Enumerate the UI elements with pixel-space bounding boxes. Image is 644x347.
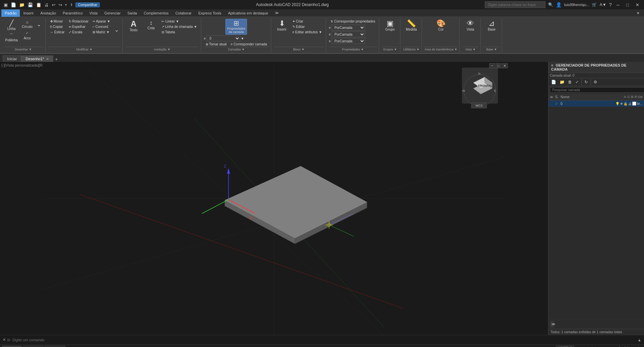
tomar-atual-button[interactable]: ⊕ Tomar atual bbox=[204, 42, 228, 47]
layer-search-input[interactable] bbox=[550, 87, 644, 93]
new-button[interactable]: 📄 bbox=[10, 2, 17, 8]
cota-button[interactable]: ↕ Cota bbox=[143, 19, 159, 33]
menu-vista[interactable]: Vista bbox=[86, 9, 101, 17]
desenhar-more-button[interactable]: ⌄ bbox=[35, 20, 43, 40]
layer-row-0[interactable]: ✓ 0 💡 ❄ 🔓 🖨 br... bbox=[548, 101, 644, 107]
menu-complementos[interactable]: Complementos bbox=[140, 9, 172, 17]
menu-gerenciar[interactable]: Gerenciar bbox=[101, 9, 124, 17]
maximize-button[interactable]: □ bbox=[624, 2, 631, 8]
save-as-button[interactable]: 📋 bbox=[35, 2, 42, 8]
layer-on-icon[interactable]: 💡 bbox=[615, 102, 619, 106]
layer-delete-button[interactable]: 🗑 bbox=[567, 79, 573, 85]
prop-dropdown-2[interactable]: PorCamada bbox=[331, 31, 365, 37]
linha-chamada-button[interactable]: ↗ Linha de chamada ▼ bbox=[160, 24, 199, 29]
modificar-more-button[interactable]: ⌄ bbox=[113, 20, 120, 40]
grupo-button[interactable]: ▣ Grupo bbox=[382, 19, 398, 32]
corresponder-prop-button[interactable]: ↯ Corresponder propriedades bbox=[329, 19, 377, 24]
help-icon[interactable]: ? bbox=[609, 2, 612, 7]
polar-button[interactable]: ◎ bbox=[598, 346, 604, 347]
menu-express[interactable]: Express Tools bbox=[195, 9, 224, 17]
zoom-button[interactable]: 1:1▼ bbox=[622, 346, 634, 347]
base-button[interactable]: ⊿ Base bbox=[484, 19, 500, 32]
cor-button[interactable]: 🎨 Cor bbox=[433, 19, 449, 32]
menu-saida[interactable]: Saída bbox=[124, 9, 140, 17]
print-button[interactable]: 🖨 bbox=[43, 2, 50, 8]
esticar-button[interactable]: ↔ Esticar bbox=[48, 30, 66, 35]
menu-aplicativos[interactable]: Aplicativos em destaque bbox=[225, 9, 272, 17]
layer-new-button[interactable]: 📄 bbox=[550, 79, 558, 85]
redo-button[interactable]: ↪ bbox=[58, 2, 63, 8]
menu-colaborar[interactable]: Colaborar bbox=[172, 9, 195, 17]
tab-iniciar[interactable]: Iniciar bbox=[3, 55, 21, 62]
menu-anotacao[interactable]: Anotação bbox=[37, 9, 59, 17]
mover-button[interactable]: ✥ Mover bbox=[48, 19, 66, 24]
inserir-button[interactable]: ⬇ Inserir bbox=[274, 19, 290, 32]
prop-dropdown-1[interactable]: PorCamada bbox=[331, 25, 365, 31]
tab-modelo[interactable]: Modelo bbox=[2, 346, 22, 347]
aparar-button[interactable]: ✂ Aparar ▼ bbox=[91, 19, 112, 24]
linha-button[interactable]: ╱ Linha bbox=[3, 19, 20, 32]
arco-button[interactable]: ◜ Arco bbox=[20, 30, 34, 41]
add-layout-button[interactable]: + bbox=[67, 346, 72, 347]
notifications-icon[interactable]: 🛒 bbox=[592, 2, 597, 7]
menu-more[interactable]: ≫ bbox=[272, 9, 282, 17]
osnap-button[interactable]: △ bbox=[605, 346, 611, 347]
snap-button[interactable]: ⊞ bbox=[575, 346, 581, 347]
otrack-button[interactable]: ∞ bbox=[612, 346, 618, 347]
layer-panel-expand-button[interactable]: ≫ bbox=[550, 320, 554, 328]
vista-button[interactable]: 👁 Vista bbox=[462, 19, 478, 32]
prop-camada-button[interactable]: ⊞ Propriedadesda camada bbox=[225, 19, 247, 35]
app-menu-button[interactable]: ▣ bbox=[3, 2, 9, 8]
layer-set-current-button[interactable]: ✓ bbox=[574, 79, 580, 85]
cmd-close-button[interactable]: ✕ bbox=[3, 338, 6, 342]
save-button[interactable]: 💾 bbox=[27, 2, 34, 8]
layer-print-icon[interactable]: 🖨 bbox=[628, 102, 632, 106]
texto-button[interactable]: A Texto bbox=[126, 19, 142, 33]
drawing-canvas[interactable]: Z X FRONTAL bbox=[0, 62, 548, 335]
layer-lock-icon[interactable]: 🔓 bbox=[623, 102, 628, 106]
concord-button[interactable]: ⌐ Concord bbox=[91, 24, 112, 29]
user-menu-icon[interactable]: A▼ bbox=[600, 2, 606, 7]
layer-panel-collapse-icon[interactable]: ≡ bbox=[551, 63, 553, 67]
grid-button[interactable]: ⊟ bbox=[583, 346, 589, 347]
linear-button[interactable]: ⊢ Linear ▼ bbox=[160, 19, 199, 24]
editar-button[interactable]: ✎ Editar bbox=[291, 24, 324, 29]
corresponder-camada-button[interactable]: ≡ Corresponder camada bbox=[229, 42, 269, 47]
share-button[interactable]: Compartilhar bbox=[75, 2, 100, 7]
matriz-button[interactable]: ⊞ Matriz ▼ bbox=[91, 30, 112, 35]
polilinha-button[interactable]: ⌒ Polilinha bbox=[3, 32, 20, 43]
editar-atributos-button[interactable]: ≡ Editar atributos ▼ bbox=[291, 30, 324, 35]
viewport-minimize-button[interactable]: ─ bbox=[489, 63, 495, 68]
viewport[interactable]: [-][Vista personalizada][Raio X] bbox=[0, 62, 548, 335]
tab-desenho1[interactable]: Desenho1* ✕ bbox=[21, 55, 53, 62]
layer-color-swatch[interactable] bbox=[632, 102, 636, 106]
escala-button[interactable]: ⤢ Escala bbox=[67, 30, 90, 35]
tabela-button[interactable]: ⊟ Tabela bbox=[160, 30, 199, 35]
viewport-restore-button[interactable]: □ bbox=[496, 63, 501, 68]
viewport-close-button[interactable]: ✕ bbox=[502, 63, 508, 68]
layer-select-1[interactable]: 0 bbox=[207, 35, 240, 41]
tab-layout2[interactable]: Layout2 bbox=[45, 346, 65, 347]
open-button[interactable]: 📁 bbox=[18, 2, 26, 8]
tab-layout1[interactable]: Layout1 bbox=[23, 346, 43, 347]
circulo-button[interactable]: ○ Círculo bbox=[20, 19, 34, 30]
menu-inserir[interactable]: Inserir bbox=[20, 9, 37, 17]
undo-button[interactable]: ↩ bbox=[51, 2, 57, 8]
espelhar-button[interactable]: ⇔ Espelhar bbox=[67, 24, 90, 29]
cmd-expand-button[interactable]: ▲ bbox=[638, 338, 641, 342]
layer-folder-button[interactable]: 📁 bbox=[558, 79, 566, 85]
menu-parametrico[interactable]: Paramétrico bbox=[60, 9, 86, 17]
copiar-button[interactable]: ⎘ Copiar bbox=[48, 24, 66, 29]
search-icon[interactable]: 🔍 bbox=[548, 2, 553, 7]
workspace-button[interactable]: ⚙ bbox=[636, 346, 642, 347]
rotacionar-button[interactable]: ↻ Rotacionar bbox=[67, 19, 90, 24]
tab-close-icon[interactable]: ✕ bbox=[46, 57, 49, 61]
layer-refresh-button[interactable]: ↻ bbox=[583, 79, 589, 85]
prop-dropdown-3[interactable]: PorCamada bbox=[331, 38, 365, 44]
close-button[interactable]: ✕ bbox=[634, 2, 641, 8]
menu-padrao[interactable]: Padrão bbox=[1, 9, 20, 17]
search-input[interactable] bbox=[485, 1, 545, 8]
criar-button[interactable]: ✦ Criar bbox=[291, 19, 324, 24]
command-input[interactable] bbox=[12, 338, 636, 342]
medida-button[interactable]: 📏 Medida bbox=[403, 19, 419, 32]
